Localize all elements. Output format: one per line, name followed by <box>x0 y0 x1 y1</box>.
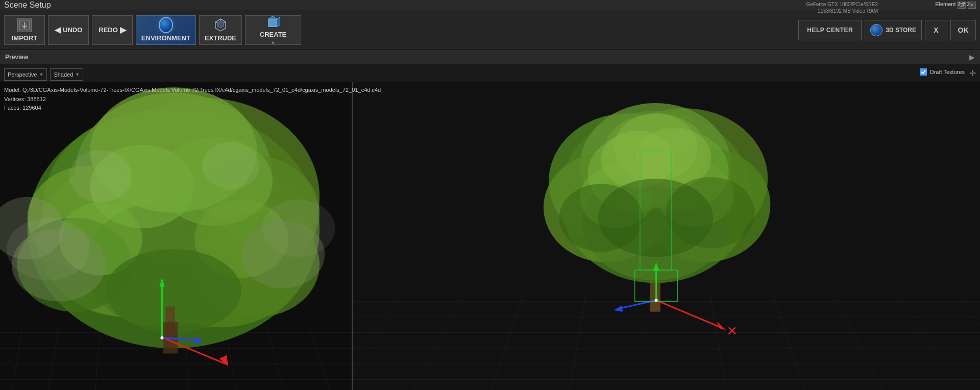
toolbar: IMPORT ◀ UNDO REDO ▶ ENVIRONMENT EXTRUDE <box>0 10 980 50</box>
extrude-button[interactable]: EXTRUDE <box>199 15 242 45</box>
draft-textures-control: Draft Textures <box>920 68 965 76</box>
model-path: Model: Q:/3D/CGAxis-Models-Volume-72-Tre… <box>4 86 381 95</box>
perspective-arrow: ▼ <box>39 72 43 77</box>
svg-marker-9 <box>277 17 280 27</box>
faces-info: Faces: 129604 <box>4 104 381 113</box>
create-icon <box>266 14 280 29</box>
extrude-icon <box>213 18 228 32</box>
environment-button[interactable]: ENVIRONMENT <box>136 15 196 45</box>
store-label: 3D STORE <box>886 27 916 34</box>
redo-label: REDO <box>99 26 118 34</box>
perspective-label: Perspective <box>8 71 37 78</box>
gpu-vram: 1153/8192 MB Video RAM <box>806 8 878 14</box>
svg-point-93 <box>666 177 755 248</box>
undo-button[interactable]: ◀ UNDO <box>48 15 89 45</box>
create-button[interactable]: CREATE ▼ <box>245 15 301 45</box>
svg-marker-3 <box>217 21 224 28</box>
svg-point-55 <box>160 336 163 339</box>
toolbar-right: HELP CENTER 3D STORE X OK <box>798 20 976 40</box>
closeup-viewport <box>0 82 352 390</box>
preview-label: Preview <box>5 54 28 61</box>
titlebar: Scene Setup GeForce GTX 1080/PCIe/SSE2 1… <box>0 0 980 10</box>
add-viewport-icon[interactable]: ✛ <box>968 68 977 78</box>
extrude-label: EXTRUDE <box>205 34 236 42</box>
help-center-button[interactable]: HELP CENTER <box>798 20 862 40</box>
shaded-dropdown[interactable]: Shaded ▼ <box>50 68 83 81</box>
preview-expand-icon[interactable]: ▶ <box>969 53 975 61</box>
viewport-separator <box>352 82 353 390</box>
x-label: X <box>934 26 938 34</box>
faces-value: 129604 <box>22 105 41 111</box>
perspective-dropdown[interactable]: Perspective ▼ <box>4 68 47 81</box>
element-version: Element 2.2.2 <box>935 1 970 7</box>
titlebar-title: Scene Setup <box>4 1 51 10</box>
environment-label: ENVIRONMENT <box>141 34 190 42</box>
ok-label: OK <box>958 26 969 34</box>
shaded-label: Shaded <box>54 71 73 78</box>
undo-label: UNDO <box>63 26 82 34</box>
svg-point-45 <box>241 221 325 288</box>
vertices-info: Vertices: 388812 <box>4 95 381 104</box>
redo-button[interactable]: REDO ▶ <box>92 15 133 45</box>
gpu-name: GeForce GTX 1080/PCIe/SSE2 <box>806 1 878 8</box>
svg-point-92 <box>559 184 643 252</box>
environment-icon <box>159 18 173 32</box>
import-button[interactable]: IMPORT <box>4 15 45 45</box>
gpu-info: GeForce GTX 1080/PCIe/SSE2 1153/8192 MB … <box>806 1 878 14</box>
redo-arrow-icon: ▶ <box>120 25 126 35</box>
shaded-arrow: ▼ <box>75 72 80 77</box>
svg-rect-7 <box>268 19 277 27</box>
svg-point-104 <box>655 299 658 302</box>
svg-point-43 <box>202 142 259 189</box>
vertices-value: 388812 <box>27 96 46 102</box>
import-label: IMPORT <box>12 34 38 42</box>
model-info: Model: Q:/3D/CGAxis-Models-Volume-72-Tre… <box>4 86 381 113</box>
undo-arrow-icon: ◀ <box>55 25 61 35</box>
draft-textures-label: Draft Textures <box>930 69 965 75</box>
faces-label: Faces: <box>4 105 21 111</box>
store-button[interactable]: 3D STORE <box>865 20 922 40</box>
create-label: CREATE <box>260 31 286 38</box>
viewport-controls: Perspective ▼ Shaded ▼ <box>4 68 83 81</box>
vertices-label: Vertices: <box>4 96 26 102</box>
preview-bar: Preview ▶ <box>0 50 980 64</box>
viewport-area: Perspective ▼ Shaded ▼ Draft Textures ✛ … <box>0 64 980 390</box>
ok-button[interactable]: OK <box>950 20 976 40</box>
svg-marker-8 <box>268 16 277 19</box>
draft-textures-checkbox[interactable] <box>920 68 927 76</box>
import-icon <box>17 18 32 32</box>
help-label: HELP CENTER <box>807 27 853 34</box>
globe-icon <box>870 24 883 36</box>
create-dropdown-arrow: ▼ <box>271 40 276 45</box>
main-viewport <box>352 82 980 390</box>
svg-point-42 <box>69 150 132 202</box>
x-button[interactable]: X <box>925 20 947 40</box>
